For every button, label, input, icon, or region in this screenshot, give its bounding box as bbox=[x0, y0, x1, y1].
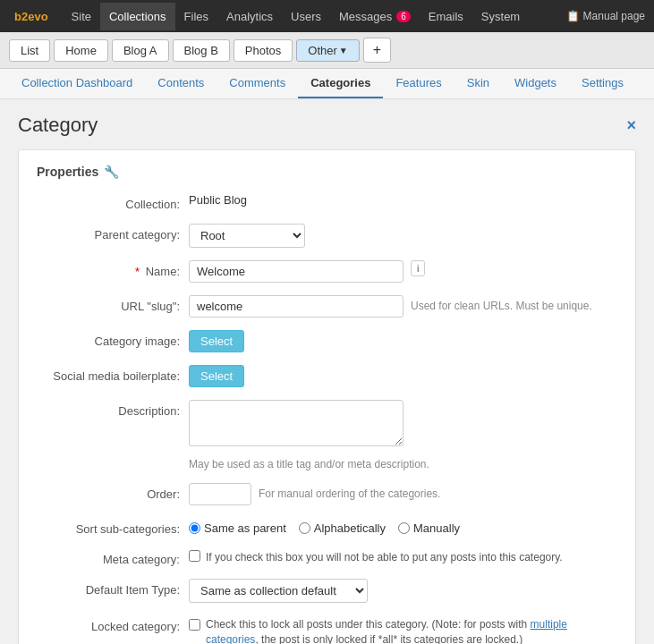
top-nav: b2evo Site Collections Files Analytics U… bbox=[0, 0, 654, 32]
radio-input-alpha[interactable] bbox=[299, 522, 310, 534]
value-parent-category: Root bbox=[189, 224, 617, 248]
sec-btn-home[interactable]: Home bbox=[54, 39, 108, 62]
value-description: May be used as a title tag and/or meta d… bbox=[189, 400, 617, 470]
sec-btn-list[interactable]: List bbox=[9, 39, 50, 62]
value-category-image: Select bbox=[189, 330, 617, 352]
order-hint: For manual ordering of the categories. bbox=[259, 483, 440, 500]
form-row-parent-category: Parent category: Root bbox=[37, 224, 617, 248]
tab-contents[interactable]: Contents bbox=[145, 69, 217, 98]
nav-collections[interactable]: Collections bbox=[100, 3, 175, 30]
value-meta-category: If you check this box you will not be ab… bbox=[189, 548, 617, 565]
locked-category-hint: Check this to lock all posts under this … bbox=[206, 617, 617, 644]
label-locked-category: Locked category: bbox=[37, 615, 180, 633]
tab-collection-dashboard[interactable]: Collection Dashboard bbox=[9, 69, 145, 98]
description-hint: May be used as a title tag and/or meta d… bbox=[189, 453, 429, 470]
value-sort-subcategories: Same as parent Alphabetically Manually bbox=[189, 518, 617, 535]
value-collection: Public Blog bbox=[189, 193, 617, 207]
value-name: i bbox=[189, 260, 617, 283]
name-input[interactable] bbox=[189, 260, 403, 283]
form-row-url-slug: URL "slug": Used for clean URLs. Must be… bbox=[37, 295, 617, 318]
nav-users[interactable]: Users bbox=[282, 3, 330, 30]
manual-page-link[interactable]: 📋 Manual page bbox=[566, 10, 645, 22]
tab-skin[interactable]: Skin bbox=[454, 69, 502, 98]
tab-nav: Collection Dashboard Contents Comments C… bbox=[0, 69, 654, 99]
radio-same-as-parent[interactable]: Same as parent bbox=[189, 521, 286, 535]
properties-icon: 🔧 bbox=[104, 165, 119, 179]
form-row-social-media: Social media boilerplate: Select bbox=[37, 365, 617, 387]
messages-badge: 6 bbox=[396, 11, 411, 22]
nav-system[interactable]: System bbox=[472, 3, 529, 30]
page-title: Category bbox=[18, 114, 98, 137]
label-name: * Name: bbox=[37, 260, 180, 278]
description-input[interactable] bbox=[189, 400, 403, 446]
label-description: Description: bbox=[37, 400, 180, 418]
tab-widgets[interactable]: Widgets bbox=[502, 69, 569, 98]
form-row-category-image: Category image: Select bbox=[37, 330, 617, 352]
select-parent-category[interactable]: Root bbox=[189, 224, 305, 248]
page-title-row: Category × bbox=[18, 114, 636, 137]
label-url-slug: URL "slug": bbox=[37, 295, 180, 313]
radio-group-sort: Same as parent Alphabetically Manually bbox=[189, 518, 460, 535]
radio-input-manual[interactable] bbox=[398, 522, 410, 534]
select-category-image-button[interactable]: Select bbox=[189, 330, 244, 352]
label-collection: Collection: bbox=[37, 193, 180, 211]
chevron-down-icon: ▼ bbox=[339, 46, 348, 55]
order-input[interactable] bbox=[189, 483, 251, 505]
nav-messages[interactable]: Messages6 bbox=[330, 3, 420, 30]
nav-analytics[interactable]: Analytics bbox=[217, 3, 282, 30]
sec-btn-photos[interactable]: Photos bbox=[234, 39, 293, 62]
radio-input-same[interactable] bbox=[189, 522, 200, 534]
select-default-item-type[interactable]: Same as collection default bbox=[189, 579, 368, 603]
sec-nav: List Home Blog A Blog B Photos Other ▼ + bbox=[0, 32, 654, 69]
form-row-meta-category: Meta category: If you check this box you… bbox=[37, 548, 617, 566]
sec-btn-add[interactable]: + bbox=[363, 38, 391, 63]
form-row-description: Description: May be used as a title tag … bbox=[37, 400, 617, 470]
value-url-slug: Used for clean URLs. Must be unique. bbox=[189, 295, 617, 318]
select-social-media-button[interactable]: Select bbox=[189, 365, 244, 387]
sec-btn-bloga[interactable]: Blog A bbox=[112, 39, 169, 62]
value-social-media: Select bbox=[189, 365, 617, 387]
value-default-item-type: Same as collection default bbox=[189, 579, 617, 603]
properties-card: Properties 🔧 Collection: Public Blog Par… bbox=[18, 149, 636, 644]
value-order: For manual ordering of the categories. bbox=[189, 483, 617, 505]
sec-btn-other[interactable]: Other ▼ bbox=[296, 39, 359, 62]
multiple-categories-link[interactable]: multiple categories bbox=[206, 618, 567, 644]
form-row-order: Order: For manual ordering of the catego… bbox=[37, 483, 617, 505]
nav-site[interactable]: Site bbox=[63, 3, 100, 30]
locked-category-checkbox-row: Check this to lock all posts under this … bbox=[189, 615, 617, 644]
form-row-default-item-type: Default Item Type: Same as collection de… bbox=[37, 579, 617, 603]
sec-btn-blogb[interactable]: Blog B bbox=[173, 39, 230, 62]
radio-alphabetically[interactable]: Alphabetically bbox=[299, 521, 386, 535]
manual-icon: 📋 bbox=[566, 10, 580, 22]
label-category-image: Category image: bbox=[37, 330, 180, 348]
meta-category-checkbox[interactable] bbox=[189, 550, 200, 562]
tab-comments[interactable]: Comments bbox=[217, 69, 298, 98]
meta-category-hint: If you check this box you will not be ab… bbox=[206, 550, 563, 565]
url-slug-hint: Used for clean URLs. Must be unique. bbox=[411, 295, 592, 312]
meta-category-checkbox-row: If you check this box you will not be ab… bbox=[189, 548, 563, 565]
radio-manually[interactable]: Manually bbox=[398, 521, 460, 535]
tab-features[interactable]: Features bbox=[383, 69, 454, 98]
form-row-collection: Collection: Public Blog bbox=[37, 193, 617, 211]
nav-emails[interactable]: Emails bbox=[420, 3, 472, 30]
brand-logo: b2evo bbox=[9, 3, 54, 30]
form-row-sort-subcategories: Sort sub-categories: Same as parent Alph… bbox=[37, 518, 617, 536]
label-sort-subcategories: Sort sub-categories: bbox=[37, 518, 180, 536]
label-default-item-type: Default Item Type: bbox=[37, 579, 180, 597]
tab-categories[interactable]: Categories bbox=[298, 69, 383, 98]
label-social-media: Social media boilerplate: bbox=[37, 365, 180, 383]
page-content: Category × Properties 🔧 Collection: Publ… bbox=[0, 99, 654, 644]
close-button[interactable]: × bbox=[626, 116, 636, 135]
locked-category-checkbox[interactable] bbox=[189, 619, 200, 631]
nav-files[interactable]: Files bbox=[175, 3, 217, 30]
form-row-locked-category: Locked category: Check this to lock all … bbox=[37, 615, 617, 644]
label-parent-category: Parent category: bbox=[37, 224, 180, 242]
card-header: Properties 🔧 bbox=[37, 165, 617, 179]
tab-settings[interactable]: Settings bbox=[569, 69, 636, 98]
label-order: Order: bbox=[37, 483, 180, 501]
label-meta-category: Meta category: bbox=[37, 548, 180, 566]
value-locked-category: Check this to lock all posts under this … bbox=[189, 615, 617, 644]
required-asterisk: * bbox=[135, 265, 140, 278]
form-row-name: * Name: i bbox=[37, 260, 617, 283]
url-slug-input[interactable] bbox=[189, 295, 403, 318]
